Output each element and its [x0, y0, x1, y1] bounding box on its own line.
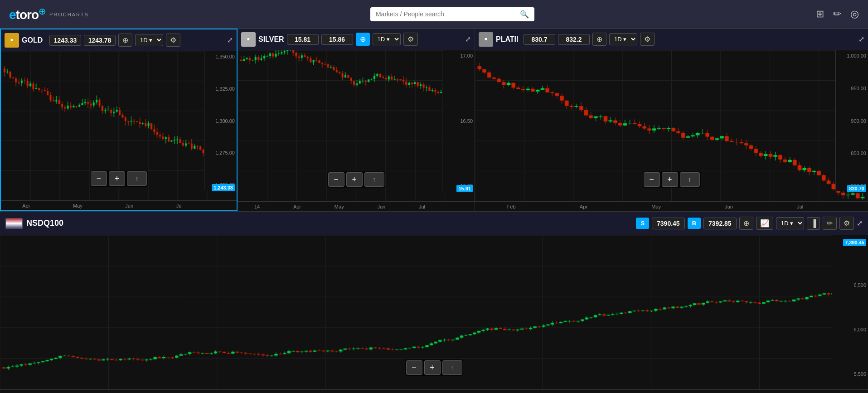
platinum-settings-btn[interactable]: ⚙: [640, 33, 655, 46]
silver-icon: ▪: [241, 32, 256, 47]
platinum-zoom-out[interactable]: −: [644, 172, 660, 187]
platinum-chart-panel: ▪ PLATII 830.7 832.2 ⊕ 1D ▾ ⚙ ⤢ 1,000.00…: [475, 29, 868, 211]
gold-name: GOLD: [22, 36, 47, 44]
silver-zoom-out[interactable]: −: [328, 172, 344, 187]
platinum-chart-area[interactable]: 1,000.00 950.00 900.00 850.00 800.00 830…: [475, 50, 868, 201]
platinum-share-btn[interactable]: ↑: [680, 172, 700, 187]
silver-zoom-controls: − + ↑: [327, 171, 385, 188]
silver-ask: 15.86: [321, 34, 353, 45]
sell-label: S: [640, 220, 645, 227]
silver-zoom-in[interactable]: +: [346, 172, 363, 187]
platinum-icon: ▪: [479, 32, 493, 47]
silver-time-axis: 14 Apr May Jun Jul: [238, 201, 475, 211]
silver-name: SILVER: [258, 35, 284, 44]
platinum-current-price: 830.70: [847, 185, 866, 192]
platinum-time-axis: Feb Apr May Jun Jul: [475, 201, 868, 211]
gold-chart-header: ▪ GOLD 1243.33 1243.78 ⊕ 1D ▾ ⚙ ⤢: [1, 29, 237, 51]
logo-area: etoro⊕ PROCHARTS: [9, 6, 89, 22]
search-area: 🔍: [89, 7, 816, 21]
gold-bid: 1243.33: [49, 35, 81, 46]
nsdq-share-btn[interactable]: ↑: [442, 360, 462, 375]
gold-crosshair-btn[interactable]: ⊕: [118, 34, 132, 47]
main-content: ▪ GOLD 1243.33 1243.78 ⊕ 1D ▾ ⚙ ⤢ 1,350.…: [0, 29, 868, 393]
gold-timeframe[interactable]: 1D ▾: [135, 34, 163, 46]
buy-button[interactable]: B: [688, 218, 701, 229]
silver-chart-area[interactable]: 17.00 16.50 16.00 15.81 − + ↑: [238, 50, 475, 201]
profile-icon[interactable]: ◎: [850, 8, 859, 20]
nsdq-timeframe[interactable]: 1D ▾: [776, 217, 804, 229]
silver-expand-btn[interactable]: ⤢: [465, 35, 471, 44]
gold-zoom-controls: − + ↑: [90, 170, 148, 187]
gold-price-axis: 1,350.00 1,325.00 1,300.00 1,275.00 1,25…: [204, 51, 237, 190]
platinum-timeframe[interactable]: 1D ▾: [609, 33, 637, 45]
gold-expand-btn[interactable]: ⤢: [227, 36, 233, 44]
silver-chart-panel: ▪ SILVER 15.81 15.86 ⊕ 1D ▾ ⚙ ⤢ 17.00 16…: [238, 29, 475, 211]
nsdq-chart-panel: NSDQ100 S 7390.45 B 7392.85 ⊕ 📈 1D ▾ ▐ ✏…: [0, 212, 868, 393]
nsdq-expand-btn[interactable]: ⤢: [857, 219, 863, 228]
search-input[interactable]: [376, 10, 516, 18]
platinum-zoom-controls: − + ↑: [643, 171, 701, 188]
nsdq-flag-icon: [5, 218, 23, 229]
platinum-crosshair-btn[interactable]: ⊕: [592, 33, 606, 46]
gold-zoom-out[interactable]: −: [91, 171, 107, 186]
top-row: ▪ GOLD 1243.33 1243.78 ⊕ 1D ▾ ⚙ ⤢ 1,350.…: [0, 29, 868, 212]
nsdq-zoom-controls: − + ↑: [405, 359, 463, 376]
silver-settings-btn[interactable]: ⚙: [403, 33, 418, 46]
gold-ask: 1243.78: [84, 35, 116, 46]
silver-chart-header: ▪ SILVER 15.81 15.86 ⊕ 1D ▾ ⚙ ⤢: [238, 29, 475, 50]
gold-zoom-in[interactable]: +: [109, 171, 125, 186]
procharts-label: PROCHARTS: [49, 12, 89, 17]
nsdq-time-axis: Jun Jul Aug Sep Oct Nov Dec 2018 Feb Mar…: [0, 389, 868, 393]
silver-crosshair-btn[interactable]: ⊕: [356, 33, 370, 46]
silver-timeframe[interactable]: 1D ▾: [373, 33, 401, 45]
nsdq-candle-type-btn[interactable]: ▐: [807, 217, 820, 230]
silver-price-axis: 17.00 16.50 16.00: [442, 50, 475, 191]
platinum-name: PLATII: [496, 35, 521, 44]
header: etoro⊕ PROCHARTS 🔍 ⊞ ✏ ◎: [0, 0, 868, 29]
platinum-ask: 832.2: [558, 34, 590, 45]
silver-current-price: 15.81: [456, 185, 473, 192]
nsdq-name: NSDQ100: [26, 218, 63, 228]
grid-icon[interactable]: ⊞: [816, 8, 824, 20]
platinum-bid: 830.7: [524, 34, 555, 45]
nsdq-sell-price: 7390.45: [652, 218, 685, 229]
buy-label: B: [692, 220, 696, 227]
nsdq-price-axis: 7,000 6,500 6,000 5,500: [832, 235, 868, 379]
logo: etoro⊕: [9, 6, 46, 22]
silver-bid: 15.81: [287, 34, 319, 45]
platinum-price-axis: 1,000.00 950.00 900.00 850.00 800.00: [835, 50, 868, 191]
gold-share-btn[interactable]: ↑: [127, 171, 147, 186]
nsdq-zoom-out[interactable]: −: [406, 360, 422, 375]
gold-settings-btn[interactable]: ⚙: [166, 34, 180, 47]
gold-icon: ▪: [5, 33, 19, 48]
nsdq-zoom-in[interactable]: +: [424, 360, 441, 375]
header-right: ⊞ ✏ ◎: [816, 8, 859, 20]
pencil-icon[interactable]: ✏: [833, 8, 841, 20]
nsdq-header: NSDQ100 S 7390.45 B 7392.85 ⊕ 📈 1D ▾ ▐ ✏…: [0, 212, 868, 235]
nsdq-chart-area[interactable]: 7,000 6,500 6,000 5,500 7,390.45 − + ↑: [0, 235, 868, 389]
platinum-zoom-in[interactable]: +: [662, 172, 678, 187]
gold-current-price: 1,243.33: [212, 184, 235, 191]
nsdq-settings-btn[interactable]: ⚙: [839, 217, 854, 230]
search-icon: 🔍: [520, 10, 529, 19]
sell-button[interactable]: S: [636, 218, 649, 229]
platinum-chart-header: ▪ PLATII 830.7 832.2 ⊕ 1D ▾ ⚙ ⤢: [475, 29, 868, 50]
search-bar[interactable]: 🔍: [370, 7, 534, 21]
nsdq-chart-type-btn[interactable]: 📈: [756, 217, 773, 230]
platinum-expand-btn[interactable]: ⤢: [858, 35, 864, 44]
nsdq-current-price: 7,390.45: [843, 239, 866, 246]
silver-share-btn[interactable]: ↑: [364, 172, 384, 187]
nsdq-draw-btn[interactable]: ✏: [823, 217, 837, 230]
gold-chart-panel: ▪ GOLD 1243.33 1243.78 ⊕ 1D ▾ ⚙ ⤢ 1,350.…: [0, 29, 238, 211]
gold-chart-area[interactable]: 1,350.00 1,325.00 1,300.00 1,275.00 1,25…: [1, 51, 237, 200]
nsdq-buy-price: 7392.85: [703, 218, 737, 229]
nsdq-crosshair-btn[interactable]: ⊕: [739, 217, 753, 230]
gold-time-axis: Apr May Jun Jul: [1, 200, 237, 210]
